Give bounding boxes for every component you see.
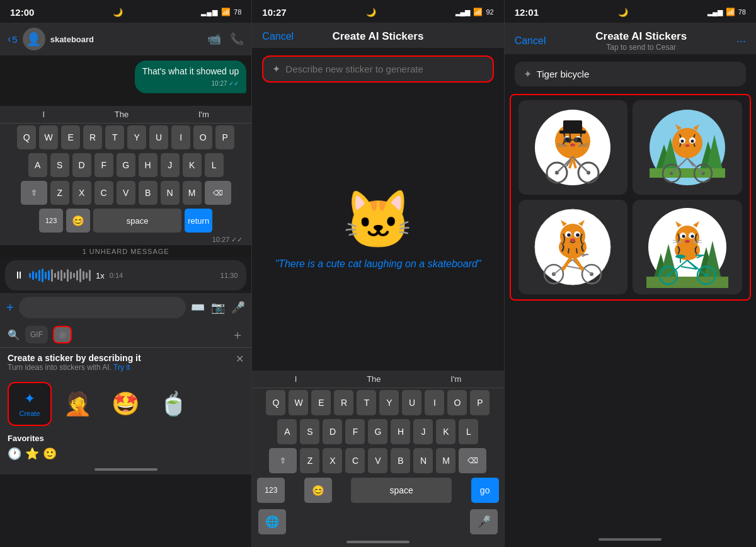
message-input-field[interactable] xyxy=(19,297,186,318)
audio-speed-label[interactable]: 1x xyxy=(96,271,105,280)
kb-b[interactable]: B xyxy=(391,448,410,473)
key-g[interactable]: G xyxy=(117,153,135,177)
back-button[interactable]: ‹ 5 xyxy=(8,33,18,45)
add-sticker-icon[interactable]: ＋ xyxy=(231,326,244,343)
pause-icon[interactable]: ⏸ xyxy=(14,270,24,281)
keyboard-icon[interactable]: ⌨️ xyxy=(191,301,205,314)
clock-icon[interactable]: 🕐 xyxy=(8,447,21,461)
key-w[interactable]: W xyxy=(39,125,58,149)
suggestion-i[interactable]: I xyxy=(42,110,45,119)
kb-h[interactable]: H xyxy=(391,419,410,444)
key-k[interactable]: K xyxy=(183,153,202,177)
key-i[interactable]: I xyxy=(171,125,190,149)
kb-v[interactable]: V xyxy=(368,448,387,473)
camera-icon[interactable]: 📷 xyxy=(211,301,225,314)
key-x[interactable]: X xyxy=(72,181,91,205)
key-y[interactable]: Y xyxy=(127,125,146,149)
sticker-emoji-tea[interactable]: 🍵 xyxy=(151,382,195,426)
kb-i[interactable]: I xyxy=(425,390,444,415)
key-j[interactable]: J xyxy=(161,153,180,177)
kb-go[interactable]: go xyxy=(471,478,499,503)
key-o[interactable]: O xyxy=(193,125,212,149)
key-z[interactable]: Z xyxy=(50,181,69,205)
kb-f[interactable]: F xyxy=(345,419,365,444)
key-l[interactable]: L xyxy=(205,153,224,177)
smiley-icon[interactable]: 🙂 xyxy=(43,447,57,461)
cancel-button[interactable]: Cancel xyxy=(262,31,294,42)
kb-k[interactable]: K xyxy=(436,419,455,444)
key-c[interactable]: C xyxy=(94,181,113,205)
kb-123[interactable]: 123 xyxy=(257,478,285,503)
key-p[interactable]: P xyxy=(215,125,234,149)
sticker-search-icon[interactable]: 🔍 xyxy=(8,329,20,341)
key-f[interactable]: F xyxy=(94,153,113,177)
suggestion-the[interactable]: The xyxy=(115,110,129,119)
sticker-ai-button[interactable]: ◎ xyxy=(53,326,72,343)
tiger-input-display[interactable]: ✦ Tiger bicycle xyxy=(515,62,746,86)
key-b[interactable]: B xyxy=(139,181,158,205)
microphone-icon[interactable]: 🎤 xyxy=(231,301,245,314)
kb-p[interactable]: P xyxy=(470,390,490,415)
kb-space[interactable]: space xyxy=(351,478,452,503)
kb-s[interactable]: S xyxy=(300,419,319,444)
kb-o[interactable]: O xyxy=(447,390,467,415)
kb-l[interactable]: L xyxy=(459,419,478,444)
sticker-memoji-2[interactable]: 🤩 xyxy=(103,382,147,426)
key-n[interactable]: N xyxy=(161,181,180,205)
key-r[interactable]: R xyxy=(83,125,102,149)
sticker-text-input[interactable] xyxy=(285,64,483,74)
attachment-icon[interactable]: + xyxy=(6,301,14,315)
kb-u[interactable]: U xyxy=(402,390,421,415)
key-m[interactable]: M xyxy=(183,181,202,205)
suggestion-im[interactable]: I'm xyxy=(198,110,209,119)
kb-j[interactable]: J xyxy=(413,419,433,444)
key-u[interactable]: U xyxy=(149,125,168,149)
try-it-link[interactable]: Try it xyxy=(113,363,130,372)
suggest-im-2[interactable]: I'm xyxy=(450,374,461,384)
sticker-result-1[interactable] xyxy=(518,100,628,195)
key-space[interactable]: space xyxy=(93,209,181,233)
voice-call-icon[interactable]: 📞 xyxy=(230,32,244,46)
kb-a[interactable]: A xyxy=(277,419,297,444)
kb-w[interactable]: W xyxy=(289,390,308,415)
kb-t[interactable]: T xyxy=(357,390,376,415)
kb-shift[interactable]: ⇧ xyxy=(269,448,297,473)
sticker-memoji-1[interactable]: 🤦 xyxy=(55,382,100,426)
sticker-result-4[interactable] xyxy=(633,200,742,294)
key-t[interactable]: T xyxy=(105,125,124,149)
video-call-icon[interactable]: 📹 xyxy=(207,32,221,46)
key-s[interactable]: S xyxy=(50,153,69,177)
key-a[interactable]: A xyxy=(28,153,47,177)
key-d[interactable]: D xyxy=(72,153,91,177)
key-123[interactable]: 123 xyxy=(39,209,63,233)
kb-globe-icon[interactable]: 🌐 xyxy=(258,509,286,534)
key-shift[interactable]: ⇧ xyxy=(21,181,47,205)
key-v[interactable]: V xyxy=(117,181,135,205)
key-q[interactable]: Q xyxy=(17,125,36,149)
kb-c[interactable]: C xyxy=(345,448,365,473)
kb-n[interactable]: N xyxy=(413,448,433,473)
kb-mic-icon[interactable]: 🎤 xyxy=(470,509,498,534)
star-icon[interactable]: ⭐ xyxy=(25,447,39,461)
key-h[interactable]: H xyxy=(139,153,158,177)
banner-close-icon[interactable]: ✕ xyxy=(236,353,244,365)
kb-y[interactable]: Y xyxy=(379,390,399,415)
results-cancel-button[interactable]: Cancel xyxy=(515,35,546,47)
gif-button[interactable]: GIF xyxy=(25,326,48,343)
kb-r[interactable]: R xyxy=(334,390,353,415)
key-delete[interactable]: ⌫ xyxy=(205,181,231,205)
create-sticker-button[interactable]: ✦ Create xyxy=(8,382,52,426)
kb-q[interactable]: Q xyxy=(266,390,285,415)
suggest-i-2[interactable]: I xyxy=(295,374,297,384)
suggest-the-2[interactable]: The xyxy=(367,374,381,384)
key-e[interactable]: E xyxy=(61,125,80,149)
kb-z[interactable]: Z xyxy=(300,448,319,473)
kb-m[interactable]: M xyxy=(436,448,455,473)
key-emoji[interactable]: 😊 xyxy=(66,209,90,233)
kb-e[interactable]: E xyxy=(311,390,331,415)
sticker-describe-field[interactable]: ✦ xyxy=(262,55,493,83)
kb-g[interactable]: G xyxy=(368,419,387,444)
kb-x[interactable]: X xyxy=(323,448,342,473)
kb-d[interactable]: D xyxy=(323,419,342,444)
key-return[interactable]: return xyxy=(185,209,212,233)
